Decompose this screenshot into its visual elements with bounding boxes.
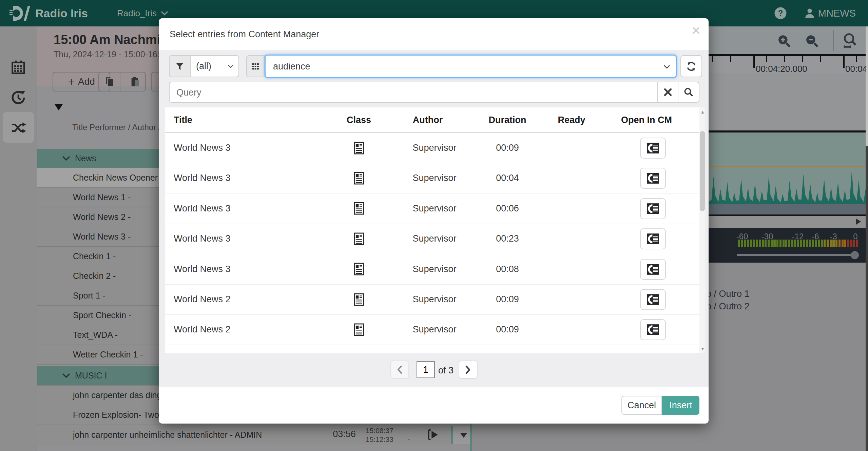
class-filter-group: (all)	[169, 55, 239, 77]
table-row[interactable]: World News 3 Supervisor 00:06	[165, 193, 705, 224]
row-author: Supervisor	[407, 193, 462, 224]
outro-label-2: o / Outro 2	[706, 301, 750, 312]
open-in-cm-button[interactable]	[640, 319, 666, 340]
column-header-open-in-cm: Open In CM	[619, 115, 674, 125]
row-title: World News 3	[174, 133, 323, 163]
scroll-down-icon[interactable]: ▼	[700, 346, 705, 351]
zoom-fit-icon[interactable]	[841, 33, 858, 49]
schedule-date-range: Thu, 2024-12-19 - 15:00-16:00	[54, 49, 169, 59]
person-icon	[804, 7, 815, 19]
table-row[interactable]: World News 3 Supervisor 00:23	[165, 224, 705, 254]
insert-button[interactable]: Insert	[662, 396, 699, 415]
copy-paste-group	[98, 72, 146, 91]
search-combobox[interactable]	[265, 55, 677, 78]
page-number-input[interactable]	[417, 361, 435, 378]
column-header-title: Title	[174, 115, 192, 125]
track-start-time: 15:08:37	[366, 426, 393, 435]
help-icon[interactable]: ?	[773, 6, 788, 20]
clear-query-icon[interactable]	[657, 82, 678, 103]
chevron-down-icon	[62, 156, 70, 161]
add-button-label: Add	[78, 76, 95, 87]
chevron-right-icon	[465, 366, 471, 374]
chevron-down-icon	[161, 11, 168, 16]
scroll-right-icon[interactable]	[856, 219, 861, 225]
class-text-article-icon	[339, 163, 379, 193]
row-title: World News 2	[174, 314, 323, 345]
user-menu[interactable]: MNEWS	[804, 7, 856, 19]
zoom-out-icon[interactable]	[804, 33, 820, 49]
refresh-icon	[686, 61, 697, 72]
copy-icon[interactable]	[99, 73, 120, 91]
class-filter-select[interactable]: (all)	[190, 55, 239, 77]
class-text-article-icon	[339, 224, 379, 254]
plus-icon: +	[68, 76, 75, 87]
zoom-in-icon[interactable]	[776, 33, 792, 49]
cancel-button[interactable]: Cancel	[621, 396, 662, 415]
table-row[interactable]: World News 3 Supervisor 00:04	[165, 163, 705, 193]
refresh-button[interactable]	[680, 55, 702, 77]
column-header-duration: Duration	[487, 115, 528, 125]
svg-text:?: ?	[778, 9, 783, 18]
table-row[interactable]: World News 3 Supervisor 00:08	[165, 254, 705, 285]
class-text-article-icon	[339, 133, 379, 163]
calendar-icon[interactable]	[9, 59, 27, 75]
next-page-button[interactable]	[459, 361, 478, 379]
chevron-down-icon	[228, 64, 234, 68]
row-author: Supervisor	[407, 224, 462, 254]
list-item-selected-track[interactable]: john carpenter unheimliche shattenlichte…	[37, 425, 471, 445]
row-duration: 00:09	[487, 133, 528, 163]
scroll-up-icon[interactable]: ▲	[700, 109, 705, 115]
row-duration: 00:09	[487, 314, 528, 345]
window-scrollbar-bottom[interactable]	[866, 146, 868, 451]
track-duration: 03:56	[331, 429, 358, 439]
table-scrollbar-thumb[interactable]	[700, 131, 705, 211]
open-in-cm-button[interactable]	[640, 289, 666, 310]
row-title: World News 3	[174, 254, 323, 284]
class-text-article-icon	[339, 314, 379, 345]
prev-page-button[interactable]	[390, 361, 409, 379]
search-icon[interactable]	[678, 82, 699, 103]
dialog-header: Select entries from Content Manager ×	[159, 18, 709, 50]
open-in-cm-button[interactable]	[640, 198, 666, 219]
window-scrollbar-top[interactable]	[866, 26, 868, 146]
class-text-article-icon	[339, 193, 379, 224]
chevron-down-icon[interactable]	[663, 65, 670, 69]
close-icon[interactable]: ×	[692, 23, 700, 38]
track-end-time: 15:12:33	[366, 435, 393, 444]
instance-name: Radio_Iris	[117, 8, 157, 19]
paste-icon[interactable]	[124, 73, 145, 91]
play-from-icon[interactable]	[426, 428, 441, 441]
table-row[interactable]: World News 2 Supervisor 00:09	[165, 314, 705, 345]
row-duration: 00:09	[487, 284, 528, 314]
volume-slider-knob[interactable]	[851, 251, 859, 259]
open-in-cm-button[interactable]	[640, 259, 666, 280]
group-label: MUSIC I	[75, 371, 107, 381]
row-title: World News 2	[174, 284, 323, 314]
table-row[interactable]: World News 3 Supervisor 00:09	[165, 133, 705, 163]
class-filter-value: (all)	[196, 61, 211, 71]
filter-triangle-icon[interactable]	[54, 104, 63, 110]
column-header-class: Class	[339, 115, 379, 125]
query-input[interactable]	[176, 82, 652, 103]
open-in-cm-button[interactable]	[640, 228, 666, 249]
app-logo-icon	[9, 3, 31, 23]
instance-selector[interactable]: Radio_Iris	[117, 8, 168, 19]
shuffle-icon[interactable]	[9, 120, 27, 136]
history-icon[interactable]	[9, 89, 27, 106]
query-group	[169, 82, 699, 103]
app-title: Radio Iris	[35, 7, 88, 20]
open-in-cm-button[interactable]	[640, 138, 666, 159]
row-duration: 00:06	[487, 193, 528, 224]
track-times: 15:08:37 15:12:33	[366, 426, 393, 444]
table-row[interactable]: World News 2 Supervisor 00:09	[165, 284, 705, 315]
volume-slider-track[interactable]	[737, 254, 857, 256]
search-combobox-input[interactable]	[272, 56, 660, 78]
table-scrollbar[interactable]: ▲ ▼	[699, 107, 705, 353]
row-duration: 00:23	[487, 224, 528, 254]
results-table: Title Class Author Duration Ready Open I…	[165, 107, 705, 353]
open-in-cm-button[interactable]	[640, 168, 666, 189]
funnel-icon	[169, 55, 190, 77]
row-title: World News 3	[174, 193, 323, 224]
page-count-label: of 3	[438, 365, 454, 376]
led-level-meter	[738, 240, 859, 247]
